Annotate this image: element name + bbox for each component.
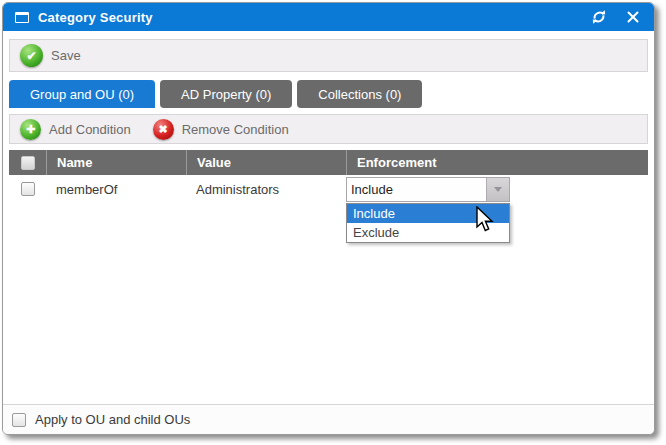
table-row[interactable]: memberOf Administrators Include: [9, 175, 648, 203]
row-value-cell: Administrators: [186, 175, 346, 203]
row-select-cell: [9, 175, 46, 203]
remove-x-icon: ✖: [153, 119, 174, 140]
add-condition-label: Add Condition: [49, 122, 131, 137]
dialog-title: Category Security: [38, 10, 590, 25]
tab-strip: Group and OU (0) AD Property (0) Collect…: [9, 80, 648, 108]
titlebar: Category Security: [3, 3, 654, 31]
header-select-cell: [9, 150, 46, 175]
row-name-cell: memberOf: [46, 175, 186, 203]
combobox-dropdown-arrow-icon[interactable]: [486, 178, 509, 201]
table-header-row: Name Value Enforcement: [9, 150, 648, 175]
dialog-footer: Apply to OU and child OUs: [3, 404, 654, 434]
save-button-label: Save: [51, 48, 81, 63]
conditions-table: Name Value Enforcement memberOf Administ…: [9, 150, 648, 203]
add-condition-button[interactable]: ✚ Add Condition: [20, 119, 131, 140]
tab-group-and-ou-label: Group and OU (0): [30, 87, 134, 102]
remove-condition-button[interactable]: ✖ Remove Condition: [153, 119, 289, 140]
dropdown-option-include[interactable]: Include: [347, 204, 509, 223]
tab-collections-label: Collections (0): [318, 87, 401, 102]
column-header-value: Value: [186, 150, 346, 175]
select-all-checkbox[interactable]: [21, 156, 35, 170]
apply-to-ou-checkbox[interactable]: [12, 413, 26, 427]
refresh-icon[interactable]: [590, 8, 608, 26]
save-check-icon: ✔: [20, 44, 43, 67]
window-icon: [15, 12, 29, 23]
enforcement-dropdown-list: Include Exclude: [346, 203, 510, 243]
column-header-name: Name: [46, 150, 186, 175]
save-button[interactable]: ✔ Save: [20, 44, 81, 67]
apply-to-ou-label: Apply to OU and child OUs: [35, 412, 190, 427]
dropdown-option-exclude[interactable]: Exclude: [347, 223, 509, 242]
enforcement-combobox[interactable]: Include: [346, 177, 510, 202]
row-enforcement-cell: Include: [346, 175, 648, 203]
category-security-dialog: Category Security ✔ Save: [2, 2, 655, 435]
close-icon[interactable]: [624, 8, 642, 26]
conditions-toolbar: ✚ Add Condition ✖ Remove Condition: [9, 114, 648, 144]
tab-ad-property[interactable]: AD Property (0): [160, 80, 292, 108]
tab-group-and-ou[interactable]: Group and OU (0): [9, 80, 155, 108]
row-checkbox[interactable]: [21, 182, 35, 196]
add-plus-icon: ✚: [20, 119, 41, 140]
remove-condition-label: Remove Condition: [182, 122, 289, 137]
tab-ad-property-label: AD Property (0): [181, 87, 271, 102]
enforcement-combobox-value: Include: [347, 178, 486, 201]
save-toolbar: ✔ Save: [9, 39, 648, 72]
tab-collections[interactable]: Collections (0): [297, 80, 422, 108]
column-header-enforcement: Enforcement: [346, 150, 648, 175]
